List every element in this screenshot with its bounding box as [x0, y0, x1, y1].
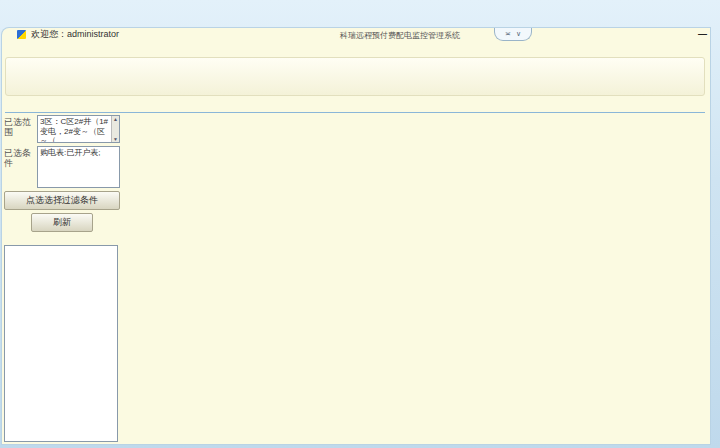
selected-range-box[interactable]: 3区：C区2#井（1#变电，2#变～（区～（ ▲ ▼	[37, 115, 120, 143]
refresh-button[interactable]: 刷新	[31, 213, 93, 232]
welcome-text: 欢迎您：administrator	[31, 28, 119, 41]
system-title: 科瑞远程预付费配电监控管理系统	[340, 30, 460, 41]
selected-range-label: 已选范围	[4, 115, 37, 143]
app-logo-icon	[17, 30, 26, 39]
collapse-icon[interactable]: ≍	[505, 30, 511, 38]
ribbon	[5, 57, 705, 96]
ribbon-collapse-pill[interactable]: ≍ ∨	[494, 28, 532, 41]
selected-range-value: 3区：C区2#井（1#变电，2#变～（区～（	[40, 117, 108, 143]
content-area: 已选范围 3区：C区2#井（1#变电，2#变～（区～（ ▲ ▼ 已选条件 购电表…	[2, 113, 710, 444]
selected-condition-value: 购电表:已开户表;	[40, 148, 100, 157]
selected-condition-label: 已选条件	[4, 146, 37, 188]
selected-condition-box[interactable]: 购电表:已开户表;	[37, 146, 120, 188]
building-tree	[4, 245, 118, 442]
scroll-up-icon[interactable]: ▲	[113, 116, 118, 122]
menu-bar	[2, 41, 710, 57]
document-tab-strip	[5, 97, 705, 113]
title-bar: 欢迎您：administrator 科瑞远程预付费配电监控管理系统 ≍ ∨ —	[2, 28, 710, 41]
main-window: 欢迎您：administrator 科瑞远程预付费配电监控管理系统 ≍ ∨ — …	[2, 28, 710, 444]
sidebar: 已选范围 3区：C区2#井（1#变电，2#变～（区～（ ▲ ▼ 已选条件 购电表…	[4, 115, 120, 442]
chevron-down-icon[interactable]: ∨	[516, 30, 521, 38]
filter-select-button[interactable]: 点选选择过滤条件	[4, 191, 120, 210]
minimize-button[interactable]: —	[698, 28, 707, 40]
scroll-down-icon[interactable]: ▼	[113, 136, 118, 142]
range-scrollbar[interactable]: ▲ ▼	[111, 116, 119, 142]
